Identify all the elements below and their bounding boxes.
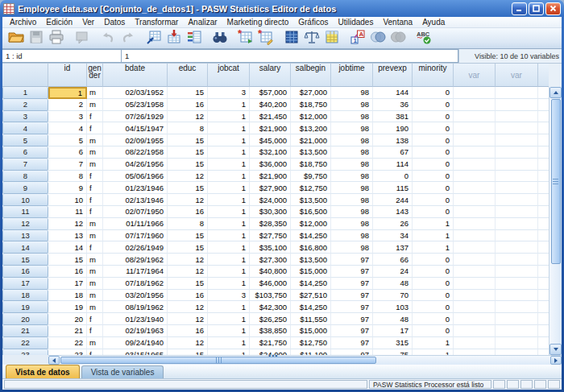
cell-3-jobcat[interactable]: 1 — [208, 111, 250, 123]
value-labels-button[interactable]: A1 — [347, 29, 367, 47]
cell-15-jobcat[interactable]: 1 — [208, 254, 250, 266]
row-header-15[interactable]: 15 — [2, 254, 48, 266]
cell-4-var[interactable] — [496, 122, 538, 134]
cell-14-bdate[interactable]: 02/26/1949 — [103, 241, 168, 254]
cell-5-jobcat[interactable]: 1 — [208, 134, 250, 146]
cell-22-gender[interactable]: m — [87, 337, 103, 349]
cell-12-bdate[interactable]: 01/11/1966 — [103, 218, 168, 230]
cell-2-salbegin[interactable]: $18,750 — [291, 99, 331, 111]
cell-9-bdate[interactable]: 01/23/1946 — [103, 182, 168, 194]
cell-14-minority[interactable]: 1 — [413, 241, 454, 254]
cell-19-var[interactable] — [454, 301, 496, 313]
row-header-13[interactable]: 13 — [2, 230, 48, 242]
cell-1-jobtime[interactable]: 98 — [331, 87, 373, 99]
column-header-jobcat[interactable]: jobcat — [208, 64, 250, 87]
cell-17-var[interactable] — [454, 278, 496, 290]
cell-14-educ[interactable]: 15 — [168, 241, 208, 254]
cell-17-salbegin[interactable]: $14,250 — [291, 278, 331, 290]
cell-4-jobcat[interactable]: 1 — [208, 122, 250, 134]
cell-15-id[interactable]: 15 — [48, 254, 87, 266]
cell-3-id[interactable]: 3 — [48, 111, 87, 123]
column-header-bdate[interactable]: bdate — [103, 64, 168, 87]
column-header-educ[interactable]: educ — [168, 64, 208, 87]
menu-item-transformar[interactable]: Transformar — [130, 18, 183, 27]
cell-3-minority[interactable]: 0 — [413, 111, 454, 123]
menu-item-graficos[interactable]: Gráficos — [293, 18, 333, 27]
cell-6-var[interactable] — [496, 146, 538, 159]
cell-6-salary[interactable]: $32,100 — [250, 146, 291, 159]
cell-11-educ[interactable]: 16 — [168, 206, 208, 218]
cell-23-bdate[interactable]: 03/15/1965 — [103, 349, 168, 355]
cell-1-minority[interactable]: 0 — [413, 87, 454, 99]
cell-1-salary[interactable]: $57,000 — [250, 87, 291, 99]
cell-4-bdate[interactable]: 04/15/1947 — [103, 122, 168, 134]
weight-cases-button[interactable] — [301, 29, 321, 47]
cell-12-var[interactable] — [496, 218, 538, 230]
cell-14-jobtime[interactable]: 98 — [331, 241, 373, 254]
column-header-var-11[interactable]: var — [496, 64, 538, 87]
row-header-12[interactable]: 12 — [2, 218, 48, 230]
cell-14-var[interactable] — [496, 241, 538, 254]
cell-2-gender[interactable]: m — [87, 99, 103, 111]
cell-11-salary[interactable]: $30,300 — [250, 206, 291, 218]
cell-15-var[interactable] — [454, 254, 496, 266]
cell-4-id[interactable]: 4 — [48, 122, 87, 134]
cell-15-educ[interactable]: 12 — [168, 254, 208, 266]
row-header-21[interactable]: 21 — [2, 325, 48, 337]
split-file-button[interactable] — [281, 29, 301, 47]
cell-1-var[interactable] — [496, 87, 538, 99]
cell-16-bdate[interactable]: 11/17/1964 — [103, 266, 168, 278]
cell-7-salbegin[interactable]: $18,750 — [291, 159, 331, 171]
cell-22-id[interactable]: 22 — [48, 337, 87, 349]
cell-15-minority[interactable]: 0 — [413, 254, 454, 266]
cell-23-gender[interactable]: f — [87, 349, 103, 355]
cell-14-gender[interactable]: f — [87, 241, 103, 254]
cell-19-jobcat[interactable]: 1 — [208, 301, 250, 313]
cell-11-jobtime[interactable]: 98 — [331, 206, 373, 218]
cell-18-jobtime[interactable]: 97 — [331, 290, 373, 302]
cell-16-educ[interactable]: 12 — [168, 266, 208, 278]
cell-23-minority[interactable]: 1 — [413, 349, 454, 355]
cell-23-var[interactable] — [496, 349, 538, 355]
cell-20-jobcat[interactable]: 1 — [208, 313, 250, 325]
cell-18-educ[interactable]: 16 — [168, 290, 208, 302]
tab-data-view[interactable]: Vista de datos — [6, 365, 80, 378]
cell-20-salary[interactable]: $26,250 — [250, 313, 291, 325]
cell-2-minority[interactable]: 0 — [413, 99, 454, 111]
horizontal-scroll-thumb[interactable] — [60, 357, 376, 364]
cell-10-salbegin[interactable]: $13,500 — [291, 194, 331, 206]
maximize-button[interactable] — [529, 2, 544, 15]
cell-16-jobcat[interactable]: 1 — [208, 266, 250, 278]
row-header-16[interactable]: 16 — [2, 266, 48, 278]
cell-21-prevexp[interactable]: 17 — [373, 325, 413, 337]
cell-23-id[interactable]: 23 — [48, 349, 87, 355]
cell-1-educ[interactable]: 15 — [168, 87, 208, 99]
cell-13-jobcat[interactable]: 1 — [208, 230, 250, 242]
cell-12-salary[interactable]: $28,350 — [250, 218, 291, 230]
cell-9-educ[interactable]: 15 — [168, 182, 208, 194]
row-header-23[interactable]: 23 — [2, 349, 48, 355]
cell-8-var[interactable] — [454, 171, 496, 183]
cell-8-gender[interactable]: f — [87, 171, 103, 183]
cell-21-gender[interactable]: f — [87, 325, 103, 337]
cell-13-jobtime[interactable]: 98 — [331, 230, 373, 242]
row-header-7[interactable]: 7 — [2, 159, 48, 171]
cell-11-minority[interactable]: 0 — [413, 206, 454, 218]
cell-12-var[interactable] — [454, 218, 496, 230]
cell-12-salbegin[interactable]: $12,000 — [291, 218, 331, 230]
cell-17-educ[interactable]: 15 — [168, 278, 208, 290]
cell-3-bdate[interactable]: 07/26/1929 — [103, 111, 168, 123]
cell-22-prevexp[interactable]: 315 — [373, 337, 413, 349]
cell-8-jobcat[interactable]: 1 — [208, 171, 250, 183]
cell-21-minority[interactable]: 0 — [413, 325, 454, 337]
cell-18-salbegin[interactable]: $27,510 — [291, 290, 331, 302]
cell-8-minority[interactable]: 0 — [413, 171, 454, 183]
cell-9-jobcat[interactable]: 1 — [208, 182, 250, 194]
cell-18-prevexp[interactable]: 70 — [373, 290, 413, 302]
row-header-1[interactable]: 1 — [2, 87, 48, 99]
cell-12-jobcat[interactable]: 1 — [208, 218, 250, 230]
insert-cases-button[interactable]: * — [235, 29, 255, 47]
menu-item-analizar[interactable]: Analizar — [183, 18, 222, 27]
cell-2-jobtime[interactable]: 98 — [331, 99, 373, 111]
cell-22-minority[interactable]: 1 — [413, 337, 454, 349]
